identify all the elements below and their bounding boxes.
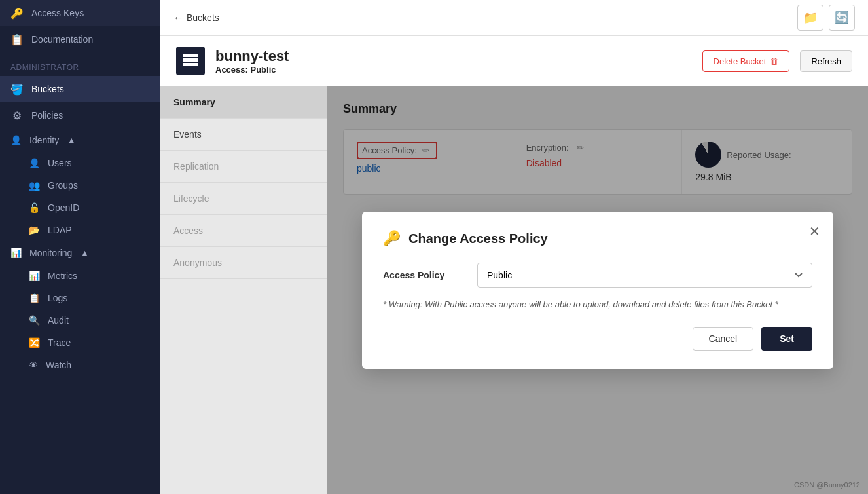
tab-summary[interactable]: Summary	[160, 86, 327, 119]
bucket-logo	[176, 47, 205, 75]
trash-icon: 🗑	[770, 56, 778, 66]
bucket-icon: 🪣	[10, 83, 24, 96]
sidebar-item-metrics[interactable]: 📊 Metrics	[0, 265, 160, 287]
refresh-icon-btn[interactable]: 🔄	[829, 5, 855, 31]
set-button[interactable]: Set	[761, 327, 812, 351]
change-access-policy-modal: 🔑 Change Access Policy ✕ Access Policy P…	[362, 212, 833, 369]
modal-close-button[interactable]: ✕	[809, 225, 820, 238]
modal-overlay[interactable]: 🔑 Change Access Policy ✕ Access Policy P…	[327, 86, 868, 494]
back-label: Buckets	[187, 12, 219, 23]
sidebar-item-openid[interactable]: 🔓 OpenID	[0, 197, 160, 219]
tabs-panel: Summary Events Replication Lifecycle Acc…	[160, 86, 327, 494]
policy-icon: ⚙	[10, 109, 24, 122]
sidebar-item-label: Metrics	[48, 271, 77, 281]
group-label: Identity	[29, 135, 59, 145]
chevron-up-icon: ▲	[67, 135, 76, 145]
main-content: ← Buckets 📁 🔄 bunny-test Access: Public	[160, 0, 868, 494]
sidebar-item-watch[interactable]: 👁 Watch	[0, 354, 160, 376]
watch-icon: 👁	[29, 360, 38, 370]
chevron-up-icon: ▲	[80, 248, 89, 258]
user-icon: 👤	[29, 158, 40, 168]
sidebar-item-label: Groups	[48, 180, 78, 191]
modal-header: 🔑 Change Access Policy	[383, 230, 812, 247]
refresh-label: Refresh	[811, 56, 841, 66]
svg-rect-0	[183, 54, 198, 57]
sidebar-item-ldap[interactable]: 📂 LDAP	[0, 219, 160, 241]
doc-icon: 📋	[10, 33, 24, 46]
sidebar-group-identity[interactable]: 👤 Identity ▲	[0, 128, 160, 152]
refresh-button[interactable]: Refresh	[800, 50, 852, 72]
sidebar-group-monitoring[interactable]: 📊 Monitoring ▲	[0, 241, 160, 265]
sidebar-item-label: Audit	[48, 315, 69, 326]
modal-warning: * Warning: With Public access anyone wil…	[383, 298, 812, 311]
svg-rect-1	[183, 58, 198, 62]
bucket-info: bunny-test Access: Public	[215, 48, 289, 75]
svg-rect-2	[183, 63, 198, 66]
audit-icon: 🔍	[29, 315, 40, 326]
metrics-icon: 📊	[29, 271, 40, 281]
folder-icon: 📁	[803, 10, 818, 25]
refresh-icon: 🔄	[835, 10, 849, 25]
ldap-icon: 📂	[29, 225, 40, 235]
sidebar-item-documentation[interactable]: 📋 Documentation	[0, 26, 160, 52]
modal-field-label: Access Policy	[383, 270, 461, 280]
bucket-name: bunny-test	[215, 48, 289, 65]
key-icon: 🔑	[10, 7, 24, 20]
sidebar-item-label: Buckets	[31, 84, 150, 94]
bucket-access: Access: Public	[215, 65, 289, 75]
modal-key-icon: 🔑	[383, 230, 401, 247]
modal-field-row: Access Policy Public Private Custom	[383, 263, 812, 288]
folder-icon-btn[interactable]: 📁	[797, 5, 823, 31]
sidebar-item-logs[interactable]: 📋 Logs	[0, 287, 160, 309]
modal-title: Change Access Policy	[408, 231, 548, 246]
topbar: ← Buckets 📁 🔄	[160, 0, 868, 36]
back-arrow-icon: ←	[173, 12, 183, 23]
tab-access[interactable]: Access	[160, 215, 327, 247]
bucket-header: bunny-test Access: Public Delete Bucket …	[160, 36, 868, 86]
sidebar-item-label: LDAP	[48, 225, 72, 235]
trace-icon: 🔀	[29, 337, 40, 348]
sidebar-item-buckets[interactable]: 🪣 Buckets	[0, 76, 160, 102]
access-policy-select[interactable]: Public Private Custom	[477, 263, 812, 288]
tab-replication[interactable]: Replication	[160, 151, 327, 183]
right-panel: Summary Access Policy: ✏ public Encry	[327, 86, 868, 494]
back-button[interactable]: ← Buckets	[173, 12, 219, 23]
sidebar-item-groups[interactable]: 👥 Groups	[0, 174, 160, 197]
openid-icon: 🔓	[29, 202, 40, 213]
sidebar-item-label: Documentation	[31, 34, 150, 45]
groups-icon: 👥	[29, 180, 40, 191]
sidebar-item-label: Logs	[48, 293, 67, 303]
modal-actions: Cancel Set	[383, 327, 812, 351]
tab-lifecycle[interactable]: Lifecycle	[160, 183, 327, 215]
delete-bucket-button[interactable]: Delete Bucket 🗑	[702, 50, 790, 72]
cancel-button[interactable]: Cancel	[693, 327, 754, 351]
delete-label: Delete Bucket	[714, 56, 767, 66]
content-area: Summary Events Replication Lifecycle Acc…	[160, 86, 868, 494]
tab-events[interactable]: Events	[160, 119, 327, 151]
group-label: Monitoring	[29, 248, 72, 258]
sidebar-item-access-keys[interactable]: 🔑 Access Keys	[0, 0, 160, 26]
sidebar-item-label: OpenID	[48, 202, 79, 213]
sidebar-item-label: Users	[48, 158, 72, 168]
sidebar-item-trace[interactable]: 🔀 Trace	[0, 332, 160, 354]
tab-anonymous[interactable]: Anonymous	[160, 247, 327, 279]
sidebar-item-label: Policies	[31, 110, 150, 121]
sidebar-item-label: Trace	[48, 337, 71, 348]
admin-label: Administrator	[0, 52, 160, 76]
monitoring-icon: 📊	[10, 248, 22, 258]
sidebar-item-label: Access Keys	[31, 8, 150, 18]
sidebar: 🔑 Access Keys 📋 Documentation Administra…	[0, 0, 160, 494]
sidebar-item-policies[interactable]: ⚙ Policies	[0, 102, 160, 128]
sidebar-item-audit[interactable]: 🔍 Audit	[0, 309, 160, 332]
sidebar-item-label: Watch	[46, 360, 71, 370]
identity-icon: 👤	[10, 135, 22, 145]
sidebar-item-users[interactable]: 👤 Users	[0, 152, 160, 174]
logs-icon: 📋	[29, 293, 40, 303]
